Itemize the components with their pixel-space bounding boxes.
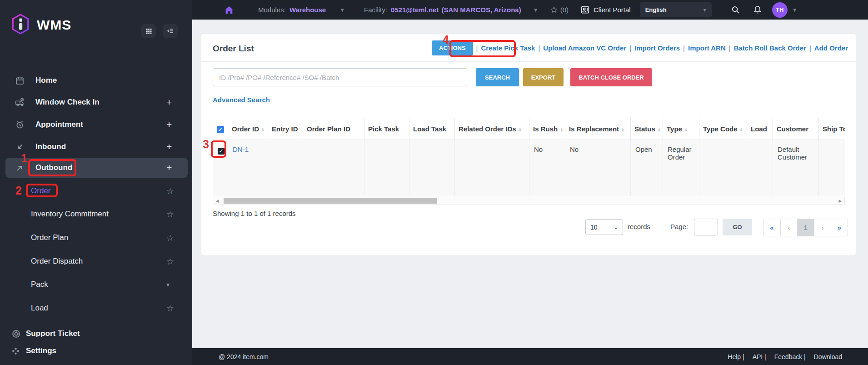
go-button[interactable]: GO: [723, 219, 752, 235]
col-load[interactable]: Load: [747, 118, 773, 140]
language-select[interactable]: English ▾: [640, 2, 712, 17]
copyright: @ 2024 item.com: [219, 353, 269, 360]
favorites-count: (0): [560, 6, 569, 14]
order-id-link[interactable]: DN-1: [233, 145, 249, 153]
scrollbar-thumb[interactable]: [224, 198, 437, 204]
search-button[interactable]: SEARCH: [476, 68, 519, 86]
sidebar-item-order-dispatch[interactable]: Order Dispatch ☆: [0, 251, 192, 271]
scroll-left-arrow-icon[interactable]: ◀: [213, 197, 221, 204]
cell-ship-to: [819, 140, 845, 196]
col-customer[interactable]: Customer: [773, 118, 819, 140]
create-pick-task-link[interactable]: Create Pick Task: [481, 44, 535, 52]
col-type[interactable]: Type▲▼: [663, 118, 699, 140]
export-button[interactable]: EXPORT: [523, 68, 564, 86]
import-arn-link[interactable]: Import ARN: [688, 44, 726, 52]
sidebar-item-order[interactable]: Order ☆: [0, 181, 192, 201]
sidebar-item-inbound[interactable]: Inbound +: [0, 137, 192, 157]
batch-close-order-button[interactable]: BATCH CLOSE ORDER: [570, 68, 652, 86]
col-status[interactable]: Status▲▼: [631, 118, 663, 140]
col-is-replacement[interactable]: Is Replacement▲▼: [565, 118, 631, 140]
page-number-input[interactable]: [694, 219, 718, 235]
notification-bell-icon[interactable]: [753, 5, 762, 15]
home-icon[interactable]: [224, 5, 234, 15]
sort-icon: ▲▼: [740, 127, 743, 132]
cell-type: Regular Order: [663, 140, 699, 196]
col-pick-task[interactable]: Pick Task: [364, 118, 409, 140]
modules-value[interactable]: Warehouse: [289, 6, 326, 14]
modules-caret-icon[interactable]: ▼: [339, 7, 345, 13]
sidebar-item-inventory-commitment[interactable]: Inventory Commitment ☆: [0, 204, 192, 224]
sidebar-item-pack[interactable]: Pack ▾: [0, 275, 192, 295]
download-link[interactable]: Download: [814, 353, 842, 360]
order-search-input[interactable]: [213, 68, 467, 86]
add-order-link[interactable]: Add Order: [814, 44, 848, 52]
col-entry-id[interactable]: Entry ID: [268, 118, 303, 140]
row-checkbox[interactable]: ✓: [218, 148, 224, 155]
upload-amazon-vc-order-link[interactable]: Upload Amazon VC Order: [543, 44, 626, 52]
batch-roll-back-order-link[interactable]: Batch Roll Back Order: [734, 44, 806, 52]
prev-page-button[interactable]: ‹: [780, 219, 797, 236]
search-icon[interactable]: [731, 5, 740, 15]
settings-dpad-icon: [11, 347, 21, 355]
horizontal-scrollbar[interactable]: ◀ ▶: [213, 197, 845, 205]
user-avatar[interactable]: TH: [772, 2, 788, 18]
brand: WMS: [11, 14, 71, 36]
expand-plus-icon[interactable]: +: [166, 119, 172, 130]
feedback-link[interactable]: Feedback |: [774, 353, 806, 360]
collapse-sidebar-icon[interactable]: [163, 24, 178, 38]
facility-caret-icon[interactable]: ▼: [533, 7, 539, 13]
sidebar-item-load[interactable]: Load ☆: [0, 298, 192, 318]
expand-plus-icon[interactable]: +: [166, 97, 172, 108]
favorite-star-icon[interactable]: ☆: [166, 233, 174, 243]
import-orders-link[interactable]: Import Orders: [634, 44, 680, 52]
next-page-button[interactable]: ›: [814, 219, 831, 236]
select-all-cell: ✓: [213, 118, 228, 140]
col-type-code[interactable]: Type Code▲▼: [699, 118, 747, 140]
apps-grid-icon[interactable]: [141, 24, 156, 38]
api-link[interactable]: API |: [753, 353, 766, 360]
expand-plus-icon[interactable]: +: [166, 162, 172, 173]
wms-logo-icon: [11, 14, 30, 36]
sidebar-item-home[interactable]: Home: [0, 70, 192, 90]
expand-plus-icon[interactable]: +: [166, 141, 172, 152]
facility-label: Facility:: [364, 6, 387, 14]
col-ship-to[interactable]: Ship To: [819, 118, 845, 140]
advanced-search-link[interactable]: Advanced Search: [213, 96, 270, 104]
first-page-button[interactable]: «: [763, 219, 780, 236]
col-is-rush[interactable]: Is Rush▲▼: [529, 118, 565, 140]
favorite-star-icon[interactable]: ☆: [166, 303, 174, 314]
sidebar-item-outbound[interactable]: Outbound +: [5, 158, 188, 178]
wms-app: Modules: Warehouse ▼ Facility: 0521@teml…: [0, 0, 868, 365]
sidebar-item-appointment[interactable]: Appointment +: [0, 115, 192, 135]
sidebar-item-settings[interactable]: Settings: [0, 341, 192, 361]
facility-value[interactable]: 0521@teml.net: [391, 6, 439, 14]
last-page-button[interactable]: »: [831, 219, 848, 236]
favorite-star-icon[interactable]: ☆: [166, 209, 174, 220]
select-all-checkbox[interactable]: ✓: [217, 126, 224, 133]
chevron-down-icon[interactable]: ▾: [166, 281, 170, 288]
footer-links: Help | API | Feedback | Download: [728, 353, 842, 360]
col-load-task[interactable]: Load Task: [409, 118, 455, 140]
sidebar-item-label: Settings: [26, 346, 56, 355]
sidebar-item-window-check-in[interactable]: Window Check In +: [0, 92, 192, 112]
col-order-id[interactable]: Order ID▲▼: [228, 118, 268, 140]
language-caret-icon: ▾: [703, 7, 706, 13]
favorite-star-icon[interactable]: ☆: [166, 186, 174, 196]
page-size-select[interactable]: 10 ⌄: [585, 219, 623, 235]
user-menu-caret-icon[interactable]: ▼: [792, 7, 798, 13]
favorite-star-icon[interactable]: ☆: [166, 256, 174, 267]
col-related-order-ids[interactable]: Related Order IDs▲▼: [455, 118, 529, 140]
scroll-right-arrow-icon[interactable]: ▶: [836, 197, 844, 204]
favorites-star-icon[interactable]: ☆: [550, 5, 558, 15]
help-link[interactable]: Help |: [728, 353, 744, 360]
sidebar-item-order-plan[interactable]: Order Plan ☆: [0, 228, 192, 248]
facility-location[interactable]: (SAN MARCOS, Arizona): [441, 6, 521, 14]
current-page-button[interactable]: 1: [797, 219, 814, 236]
cell-pick-task: [364, 140, 409, 196]
col-order-plan-id[interactable]: Order Plan ID: [303, 118, 364, 140]
actions-button[interactable]: ACTIONS: [432, 40, 473, 55]
client-portal-icon[interactable]: [580, 5, 590, 15]
sidebar-item-label: Window Check In: [35, 98, 100, 107]
client-portal-label[interactable]: Client Portal: [594, 6, 631, 14]
cell-order-id: DN-1: [228, 140, 268, 196]
